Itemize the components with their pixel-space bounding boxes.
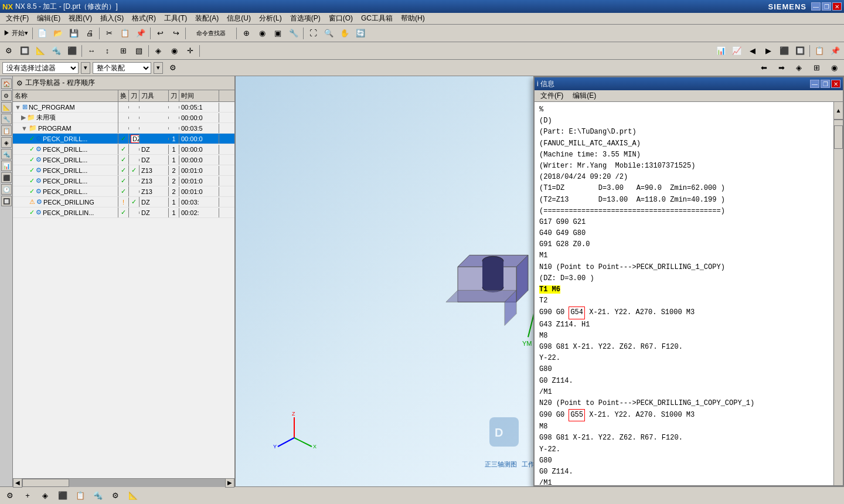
status-btn-2[interactable]: + bbox=[20, 489, 35, 503]
nav-scroll-right[interactable]: ▶ bbox=[225, 478, 234, 488]
filter-extra3[interactable]: ◈ bbox=[791, 61, 806, 75]
left-icon-4[interactable]: 🔧 bbox=[1, 114, 12, 124]
menu-info[interactable]: 信息(U) bbox=[223, 13, 254, 24]
tb2-btn3[interactable]: 📐 bbox=[33, 44, 48, 58]
menu-format[interactable]: 格式(R) bbox=[128, 13, 159, 24]
tb2-btn15[interactable]: ◀ bbox=[745, 44, 760, 58]
scroll-thumb-v[interactable] bbox=[834, 125, 843, 149]
tb2-btn13[interactable]: 📊 bbox=[713, 44, 729, 58]
info-restore[interactable]: ❐ bbox=[821, 80, 830, 88]
tb2-btn18[interactable]: 🔲 bbox=[792, 44, 808, 58]
status-btn-8[interactable]: 📐 bbox=[125, 489, 141, 503]
save-btn[interactable]: 💾 bbox=[66, 26, 81, 40]
undo-btn[interactable]: ↩ bbox=[152, 26, 168, 40]
snap-btn[interactable]: ⊕ bbox=[239, 26, 254, 40]
filter-apply-btn[interactable]: ⚙ bbox=[165, 61, 181, 75]
scroll-up-arrow[interactable]: ▲ bbox=[834, 102, 843, 120]
menu-tools[interactable]: 工具(T) bbox=[161, 13, 190, 24]
tb2-btn8[interactable]: ⊞ bbox=[115, 44, 131, 58]
menu-analysis[interactable]: 分析(L) bbox=[256, 13, 285, 24]
menu-help[interactable]: 帮助(H) bbox=[397, 13, 428, 24]
menu-file[interactable]: 文件(F) bbox=[2, 13, 32, 24]
restore-button[interactable]: ❐ bbox=[822, 2, 831, 11]
nav-row-unused[interactable]: ▶ 📁 未用项 00:00:0 bbox=[13, 113, 234, 123]
expand-icon2[interactable]: ▶ bbox=[21, 114, 26, 121]
tb2-btn10[interactable]: ◈ bbox=[151, 44, 166, 58]
pan-btn[interactable]: ✋ bbox=[337, 26, 352, 40]
menu-gc[interactable]: GC工具箱 bbox=[358, 13, 396, 24]
info-menu-file[interactable]: 文件(F) bbox=[537, 90, 567, 101]
tb2-btn20[interactable]: 📌 bbox=[828, 44, 843, 58]
nav-row-peck-drill-2[interactable]: ✓ ⚙ PECK_DRILL... ✓ DZ 1 00:00:0 bbox=[13, 144, 234, 155]
tb2-btn6[interactable]: ↔ bbox=[84, 44, 99, 58]
menu-insert[interactable]: 插入(S) bbox=[97, 13, 127, 24]
close-button[interactable]: ✕ bbox=[832, 2, 842, 11]
menu-edit[interactable]: 编辑(E) bbox=[33, 13, 64, 24]
redo-btn[interactable]: ↪ bbox=[168, 26, 183, 40]
status-btn-4[interactable]: ⬛ bbox=[55, 489, 70, 503]
info-scrollbar[interactable]: ▲ ▼ bbox=[833, 102, 843, 485]
tb2-btn19[interactable]: 📋 bbox=[812, 44, 827, 58]
nav-scroll-thumb[interactable] bbox=[22, 479, 69, 487]
paste-btn[interactable]: 📌 bbox=[133, 26, 148, 40]
left-icon-3[interactable]: 📐 bbox=[1, 102, 12, 113]
info-content[interactable]: % (D) (Part: E:\TuDang\D.prt) (FANUC_MIL… bbox=[535, 102, 833, 485]
filter-btn[interactable]: ▾ bbox=[81, 62, 90, 74]
nav-row-peck-drill-6[interactable]: ✓ ⚙ PECK_DRILL... ✓ Z13 2 00:01:0 bbox=[13, 186, 234, 197]
left-icon-2[interactable]: ⚙ bbox=[1, 90, 12, 101]
copy-btn[interactable]: 📋 bbox=[117, 26, 132, 40]
tb2-btn4[interactable]: 🔩 bbox=[49, 44, 64, 58]
tb2-btn5[interactable]: ⬛ bbox=[64, 44, 80, 58]
left-icon-1[interactable]: 🏠 bbox=[1, 79, 12, 89]
view-label-2[interactable]: 工作 bbox=[522, 460, 535, 469]
tb2-btn14[interactable]: 📈 bbox=[729, 44, 744, 58]
btn6[interactable]: 🔧 bbox=[286, 26, 301, 40]
scope-btn[interactable]: ▾ bbox=[154, 62, 163, 74]
print-btn[interactable]: 🖨 bbox=[82, 26, 97, 40]
view-btn[interactable]: ◉ bbox=[254, 26, 270, 40]
nav-row-peck-drill-1[interactable]: ✓ ⚙ PECK_DRILL... ✓ DZ 1 00:00:0 bbox=[13, 134, 234, 144]
tb2-btn11[interactable]: ◉ bbox=[166, 44, 182, 58]
title-bar-controls[interactable]: — ❐ ✕ bbox=[811, 2, 842, 11]
status-btn-5[interactable]: 📋 bbox=[73, 489, 88, 503]
tb2-btn2[interactable]: 🔲 bbox=[17, 44, 32, 58]
start-btn[interactable]: ▶ 开始▾ bbox=[1, 26, 30, 40]
info-close[interactable]: ✕ bbox=[831, 80, 840, 88]
left-icon-11[interactable]: 🔲 bbox=[1, 196, 12, 206]
nav-row-peck-drill-3[interactable]: ✓ ⚙ PECK_DRILL... ✓ DZ 1 00:00:0 bbox=[13, 155, 234, 165]
nav-row-nc-program[interactable]: ▼ ⊞ NC_PROGRAM 00:05:1 bbox=[13, 102, 234, 113]
scope-select[interactable]: 整个装配 bbox=[93, 62, 151, 74]
left-icon-5[interactable]: 📋 bbox=[1, 125, 12, 136]
menu-prefs[interactable]: 首选项(P) bbox=[287, 13, 324, 24]
left-icon-9[interactable]: ⬛ bbox=[1, 172, 12, 183]
filter-extra5[interactable]: ◉ bbox=[826, 61, 842, 75]
expand-icon[interactable]: ▼ bbox=[15, 104, 21, 111]
nav-hscroll[interactable]: ◀ ▶ bbox=[13, 478, 234, 486]
expand-icon3[interactable]: ▼ bbox=[21, 125, 28, 132]
left-icon-10[interactable]: 🕐 bbox=[1, 184, 12, 195]
nav-row-peck-drill-4[interactable]: ✓ ⚙ PECK_DRILL... ✓ ✓ Z13 2 00:01:0 bbox=[13, 165, 234, 176]
nav-row-peck-drilling-1[interactable]: ⚠ ⚙ PECK_DRILLING ! ✓ DZ 1 00:03: bbox=[13, 197, 234, 207]
left-icon-7[interactable]: 🔩 bbox=[1, 149, 12, 159]
filter-select[interactable]: 没有选择过滤器 bbox=[2, 62, 79, 74]
fullscreen-btn[interactable]: ⛶ bbox=[305, 26, 321, 40]
menu-assembly[interactable]: 装配(A) bbox=[192, 13, 222, 24]
tb2-btn9[interactable]: ▧ bbox=[131, 44, 147, 58]
filter-extra2[interactable]: ➡ bbox=[774, 61, 789, 75]
3d-viewport[interactable]: CAM ZM bbox=[236, 76, 844, 486]
status-btn-6[interactable]: 🔩 bbox=[90, 489, 106, 503]
zoom-btn[interactable]: 🔍 bbox=[321, 26, 336, 40]
cut-btn[interactable]: ✂ bbox=[101, 26, 117, 40]
left-icon-6[interactable]: ◈ bbox=[1, 137, 12, 148]
status-btn-3[interactable]: ◈ bbox=[38, 489, 53, 503]
rotate-btn[interactable]: 🔄 bbox=[353, 26, 368, 40]
open-btn[interactable]: 📂 bbox=[50, 26, 66, 40]
menu-window[interactable]: 窗口(O) bbox=[325, 13, 356, 24]
tb2-btn16[interactable]: ▶ bbox=[761, 44, 776, 58]
status-btn-7[interactable]: ⚙ bbox=[108, 489, 123, 503]
nav-row-program[interactable]: ▼ 📁 PROGRAM 00:03:5 bbox=[13, 123, 234, 134]
left-icon-8[interactable]: 📊 bbox=[1, 161, 12, 171]
tb2-btn7[interactable]: ↕ bbox=[100, 44, 115, 58]
sel-btn[interactable]: ▣ bbox=[270, 26, 285, 40]
nav-row-peck-drill-5[interactable]: ✓ ⚙ PECK_DRILL... ✓ Z13 2 00:01:0 bbox=[13, 176, 234, 186]
